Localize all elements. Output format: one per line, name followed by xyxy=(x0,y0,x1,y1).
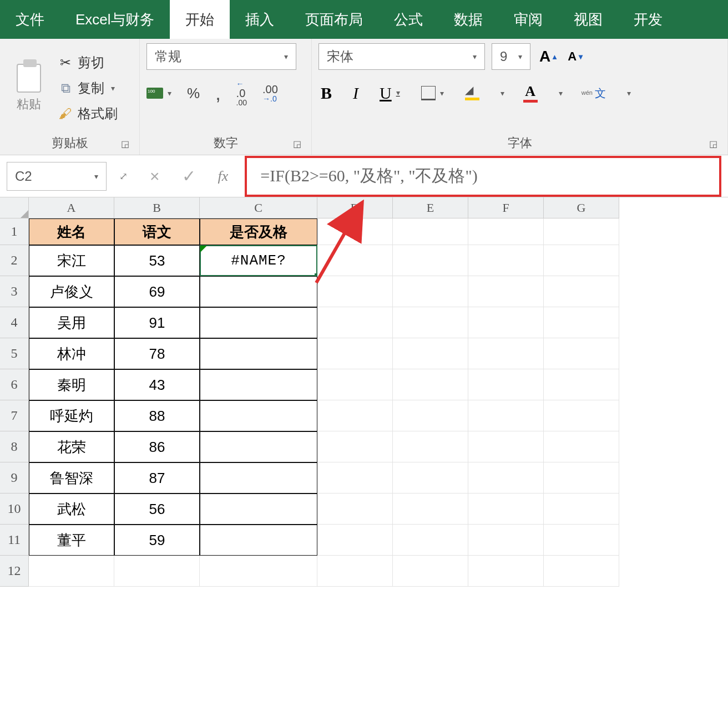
cell-d11[interactable] xyxy=(317,525,393,556)
cell-a9[interactable]: 鲁智深 xyxy=(29,462,114,494)
cell-e9[interactable] xyxy=(393,462,468,494)
cell-a3[interactable]: 卢俊义 xyxy=(29,276,114,307)
cell-g4[interactable] xyxy=(544,307,619,338)
paste-button[interactable]: 粘贴 xyxy=(7,43,51,133)
row-header-6[interactable]: 6 xyxy=(0,369,29,400)
cell-g8[interactable] xyxy=(544,431,619,462)
cell-f10[interactable] xyxy=(468,494,544,525)
cell-d9[interactable] xyxy=(317,462,393,494)
col-header-f[interactable]: F xyxy=(468,197,544,218)
col-header-c[interactable]: C xyxy=(200,197,317,218)
cell-b12[interactable] xyxy=(114,556,200,587)
chevron-down-icon[interactable]: ▾ xyxy=(94,172,98,181)
cell-b3[interactable]: 69 xyxy=(114,276,200,307)
tab-view[interactable]: 视图 xyxy=(558,0,618,39)
cell-f9[interactable] xyxy=(468,462,544,494)
cell-f12[interactable] xyxy=(468,556,544,587)
cell-d1[interactable] xyxy=(317,218,393,245)
chevron-down-icon[interactable]: ▾ xyxy=(559,89,563,98)
increase-font-button[interactable]: A▴ xyxy=(537,45,559,68)
cell-f3[interactable] xyxy=(468,276,544,307)
decrease-font-button[interactable]: A▾ xyxy=(565,47,585,66)
cell-e5[interactable] xyxy=(393,338,468,369)
cancel-formula-button[interactable]: × xyxy=(150,167,160,186)
cell-b5[interactable]: 78 xyxy=(114,338,200,369)
cell-e10[interactable] xyxy=(393,494,468,525)
col-header-b[interactable]: B xyxy=(114,197,200,218)
cell-e2[interactable] xyxy=(393,245,468,276)
cell-e12[interactable] xyxy=(393,556,468,587)
cell-c1[interactable]: 是否及格 xyxy=(200,218,317,245)
cell-b9[interactable]: 87 xyxy=(114,462,200,494)
tab-excel-finance[interactable]: Excel与财务 xyxy=(60,0,170,39)
cell-d5[interactable] xyxy=(317,338,393,369)
cell-g6[interactable] xyxy=(544,369,619,400)
cell-d2[interactable] xyxy=(317,245,393,276)
row-header-11[interactable]: 11 xyxy=(0,525,29,556)
row-header-4[interactable]: 4 xyxy=(0,307,29,338)
cell-g7[interactable] xyxy=(544,400,619,431)
font-family-combo[interactable]: 宋体 ▾ xyxy=(318,43,485,70)
cell-f2[interactable] xyxy=(468,245,544,276)
cell-f11[interactable] xyxy=(468,525,544,556)
comma-button[interactable]: , xyxy=(215,83,220,104)
tab-page-layout[interactable]: 页面布局 xyxy=(290,0,378,39)
row-header-2[interactable]: 2 xyxy=(0,245,29,276)
accounting-format-button[interactable]: ▾ xyxy=(146,88,171,99)
chevron-down-icon[interactable]: ▾ xyxy=(501,89,504,98)
cell-f6[interactable] xyxy=(468,369,544,400)
cell-a8[interactable]: 花荣 xyxy=(29,431,114,462)
cell-a11[interactable]: 董平 xyxy=(29,525,114,556)
cell-c2[interactable]: #NAME? xyxy=(200,245,317,276)
cell-d3[interactable] xyxy=(317,276,393,307)
italic-button[interactable]: I xyxy=(351,82,361,105)
confirm-formula-button[interactable]: ✓ xyxy=(182,166,196,186)
cell-a10[interactable]: 武松 xyxy=(29,494,114,525)
cell-c5[interactable] xyxy=(200,338,317,369)
tab-data[interactable]: 数据 xyxy=(438,0,498,39)
cell-g3[interactable] xyxy=(544,276,619,307)
cell-b6[interactable]: 43 xyxy=(114,369,200,400)
tab-developer[interactable]: 开发 xyxy=(618,0,678,39)
increase-decimal-button[interactable]: ←.0.00 xyxy=(236,80,247,106)
cell-f5[interactable] xyxy=(468,338,544,369)
copy-button[interactable]: ⧉ 复制 ▾ xyxy=(55,78,120,98)
insert-function-button[interactable]: fx xyxy=(218,168,229,185)
cell-c6[interactable] xyxy=(200,369,317,400)
cell-g11[interactable] xyxy=(544,525,619,556)
cell-d8[interactable] xyxy=(317,431,393,462)
cell-c9[interactable] xyxy=(200,462,317,494)
cell-g10[interactable] xyxy=(544,494,619,525)
cell-c10[interactable] xyxy=(200,494,317,525)
tab-review[interactable]: 审阅 xyxy=(498,0,558,39)
cell-b10[interactable]: 56 xyxy=(114,494,200,525)
cell-c7[interactable] xyxy=(200,400,317,431)
format-painter-button[interactable]: 🖌 格式刷 xyxy=(55,104,120,124)
cell-d7[interactable] xyxy=(317,400,393,431)
col-header-a[interactable]: A xyxy=(29,197,114,218)
cell-e3[interactable] xyxy=(393,276,468,307)
cell-e8[interactable] xyxy=(393,431,468,462)
row-header-12[interactable]: 12 xyxy=(0,556,29,587)
cell-b8[interactable]: 86 xyxy=(114,431,200,462)
font-color-button[interactable]: A xyxy=(521,81,540,105)
row-header-1[interactable]: 1 xyxy=(0,218,29,245)
cell-a1[interactable]: 姓名 xyxy=(29,218,114,245)
chevron-down-icon[interactable]: ▾ xyxy=(627,89,631,98)
dialog-launcher-icon[interactable]: ◲ xyxy=(709,139,717,149)
cell-a7[interactable]: 呼延灼 xyxy=(29,400,114,431)
tab-insert[interactable]: 插入 xyxy=(230,0,290,39)
cell-g1[interactable] xyxy=(544,218,619,245)
cell-e4[interactable] xyxy=(393,307,468,338)
col-header-e[interactable]: E xyxy=(393,197,468,218)
cell-c3[interactable] xyxy=(200,276,317,307)
decrease-decimal-button[interactable]: .00→.0 xyxy=(262,84,278,103)
underline-button[interactable]: U ▾ xyxy=(377,82,402,105)
row-header-10[interactable]: 10 xyxy=(0,494,29,525)
cell-d4[interactable] xyxy=(317,307,393,338)
row-header-9[interactable]: 9 xyxy=(0,462,29,494)
cell-a4[interactable]: 吴用 xyxy=(29,307,114,338)
cell-a2[interactable]: 宋江 xyxy=(29,245,114,276)
formula-input[interactable]: =IF(B2>=60, "及格", "不及格") xyxy=(245,156,721,197)
cell-c11[interactable] xyxy=(200,525,317,556)
